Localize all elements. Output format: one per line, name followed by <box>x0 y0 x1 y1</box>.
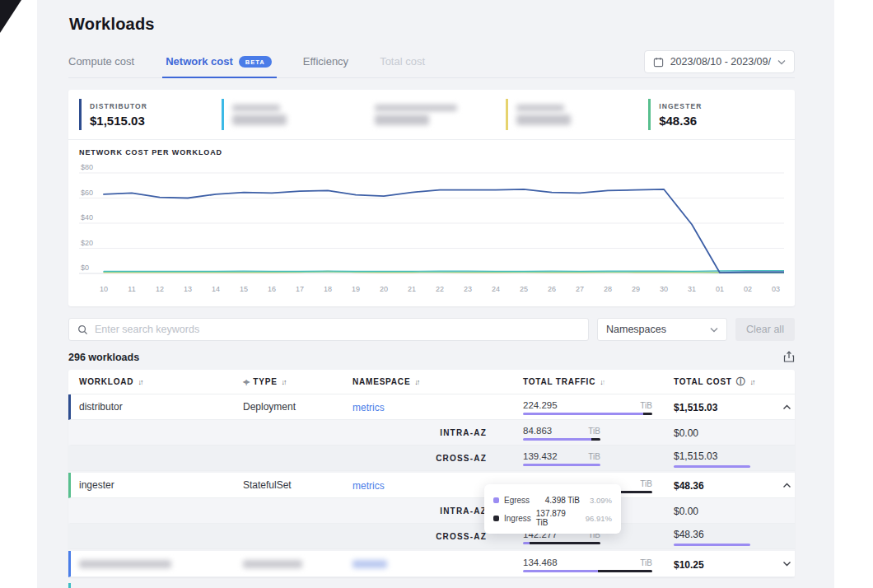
svg-text:17: 17 <box>296 285 304 293</box>
sort-icon[interactable]: ↓↑ <box>138 378 142 386</box>
redacted-label <box>375 105 457 111</box>
table-subrow-cross-az[interactable]: CROSS-AZ 139.432TiB $1,515.03 <box>68 446 795 471</box>
sort-icon[interactable]: ↓↑ <box>282 378 286 386</box>
info-icon[interactable]: ⓘ <box>736 376 746 388</box>
next-row-accent <box>68 583 71 588</box>
traffic-bar <box>523 438 600 441</box>
column-header-total-cost[interactable]: TOTAL COSTⓘ↓↑ <box>660 376 779 388</box>
column-header-total-traffic[interactable]: TOTAL TRAFFIC↓↑ <box>520 377 660 386</box>
beta-badge: BETA <box>239 56 272 68</box>
expand-chevron-down-icon[interactable] <box>782 561 791 567</box>
tab-bar: Compute cost Network cost BETA Efficienc… <box>68 50 795 78</box>
chart-title: NETWORK COST PER WORKLOAD <box>79 148 784 156</box>
traffic-cell: 224.295TiB <box>523 399 652 415</box>
tab-compute-cost[interactable]: Compute cost <box>68 50 134 77</box>
svg-text:02: 02 <box>744 285 752 293</box>
table-row-distributor[interactable]: distributor Deployment metrics 224.295Ti… <box>68 394 795 420</box>
svg-text:03: 03 <box>772 285 780 293</box>
svg-text:15: 15 <box>240 285 248 293</box>
card-value: $48.36 <box>659 114 784 128</box>
table-row-ingester[interactable]: ingester StatefulSet metrics TiB $48.36 <box>68 473 795 498</box>
card-label: INGESTER <box>659 102 784 110</box>
table-subrow-intra-az[interactable]: INTRA-AZ $0.00 <box>68 498 795 524</box>
calendar-icon <box>653 57 664 68</box>
cost-value: $1,515.03 <box>674 402 717 413</box>
svg-text:23: 23 <box>464 285 472 293</box>
sort-icon[interactable]: ↓↑ <box>750 378 754 386</box>
svg-text:26: 26 <box>548 285 556 293</box>
tab-efficiency[interactable]: Efficiency <box>303 50 348 77</box>
table-header-row: WORKLOAD↓↑ ◂|▸TYPE↓↑ NAMESPACE↓↑ TOTAL T… <box>68 370 795 394</box>
column-resize-handle[interactable]: ◂|▸ <box>243 378 249 385</box>
sort-icon[interactable]: ↓↑ <box>600 378 604 386</box>
cost-value: $48.36 <box>674 480 704 492</box>
sort-icon[interactable]: ↓↑ <box>414 378 418 386</box>
summary-cards: DISTRIBUTOR $1,515.03 INGESTER $ <box>68 90 795 139</box>
tab-network-cost[interactable]: Network cost BETA <box>166 50 272 77</box>
svg-text:14: 14 <box>212 285 220 293</box>
search-icon <box>77 324 88 335</box>
cost-value: $0.00 <box>674 506 698 517</box>
workloads-page: Workloads Compute cost Network cost BETA… <box>37 0 834 588</box>
summary-card-ingester[interactable]: INGESTER $48.36 <box>648 99 784 130</box>
count-row: 296 workloads <box>68 351 795 363</box>
traffic-breakdown-tooltip: Egress 4.398 TiB 3.09% Ingress 137.879 T… <box>484 484 621 534</box>
clear-all-button[interactable]: Clear all <box>735 318 795 341</box>
workload-type: StatefulSet <box>232 479 342 491</box>
svg-text:12: 12 <box>156 285 164 293</box>
summary-card-redacted-1[interactable] <box>222 99 357 130</box>
svg-text:21: 21 <box>408 285 416 293</box>
namespaces-dropdown[interactable]: Namespaces <box>597 318 727 341</box>
cost-value: $48.36 <box>674 529 704 540</box>
redacted-workload-name <box>79 560 171 568</box>
column-header-namespace[interactable]: NAMESPACE↓↑ <box>342 377 520 386</box>
search-box[interactable] <box>68 318 589 341</box>
chevron-down-icon <box>710 327 718 333</box>
collapse-chevron-up-icon[interactable] <box>782 404 791 410</box>
svg-text:30: 30 <box>660 285 668 293</box>
subrow-label: CROSS-AZ <box>342 454 520 463</box>
date-range-picker[interactable]: 2023/08/10 - 2023/09/ <box>644 50 795 73</box>
svg-text:25: 25 <box>520 285 528 293</box>
svg-text:16: 16 <box>268 285 276 293</box>
summary-card-redacted-3[interactable] <box>506 99 642 130</box>
export-icon[interactable] <box>783 351 795 363</box>
column-header-type[interactable]: ◂|▸TYPE↓↑ <box>232 377 342 386</box>
svg-text:28: 28 <box>604 285 612 293</box>
traffic-cell: 84.863TiB <box>523 424 600 441</box>
namespace-link[interactable]: metrics <box>352 480 385 492</box>
search-input[interactable] <box>95 324 580 335</box>
svg-text:20: 20 <box>380 285 388 293</box>
chevron-down-icon <box>777 59 786 65</box>
tooltip-ingress-row: Ingress 137.879 TiB 96.91% <box>493 509 612 527</box>
network-cost-chart[interactable]: NETWORK COST PER WORKLOAD $0$20$40$60$80… <box>68 140 795 306</box>
svg-text:10: 10 <box>100 285 108 293</box>
traffic-bar <box>523 570 652 572</box>
column-header-workload[interactable]: WORKLOAD↓↑ <box>71 377 232 386</box>
summary-card-redacted-2[interactable] <box>364 99 500 130</box>
traffic-cell: 139.432TiB <box>523 450 600 466</box>
traffic-bar <box>523 542 600 544</box>
table-subrow-cross-az[interactable]: CROSS-AZ 142.277TiB $48.36 <box>68 524 795 549</box>
svg-text:18: 18 <box>324 285 332 293</box>
svg-text:29: 29 <box>632 285 640 293</box>
svg-text:01: 01 <box>716 285 724 293</box>
svg-text:31: 31 <box>688 285 696 293</box>
workload-name: ingester <box>71 479 232 491</box>
svg-text:$80: $80 <box>81 163 93 171</box>
namespace-link[interactable]: metrics <box>352 402 385 413</box>
card-label: DISTRIBUTOR <box>90 102 215 110</box>
table-row-redacted[interactable]: 134.468TiB $10.25 <box>68 551 795 577</box>
svg-text:13: 13 <box>184 285 192 293</box>
tab-total-cost[interactable]: Total cost <box>380 50 425 77</box>
redacted-namespace-link <box>352 560 387 568</box>
redacted-value <box>375 114 429 125</box>
table-subrow-intra-az[interactable]: INTRA-AZ 84.863TiB $0.00 <box>68 420 795 446</box>
svg-text:$20: $20 <box>81 239 93 247</box>
workload-count: 296 workloads <box>68 352 139 363</box>
svg-text:11: 11 <box>128 285 135 293</box>
summary-card-distributor[interactable]: DISTRIBUTOR $1,515.03 <box>79 99 215 130</box>
line-chart-canvas[interactable]: $0$20$40$60$8010111213141516171819202122… <box>79 161 784 300</box>
collapse-chevron-up-icon[interactable] <box>782 483 791 488</box>
redacted-workload-type <box>243 560 302 568</box>
